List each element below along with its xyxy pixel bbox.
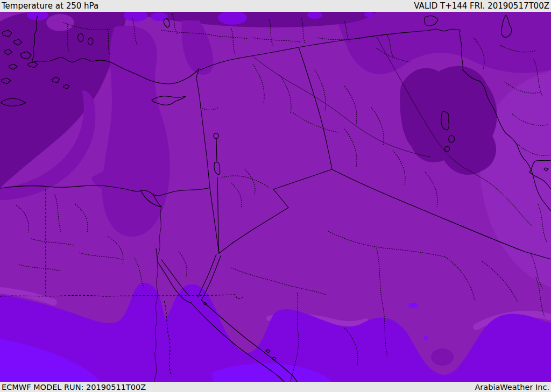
temperature-map (0, 12, 551, 382)
brand-label: ArabiaWeather Inc. (475, 383, 549, 391)
page-title: Temperature at 250 hPa (2, 1, 98, 11)
temp-band-dark-sepocket (431, 348, 454, 366)
header-bar: Temperature at 250 hPa VALID T+144 FRI. … (0, 0, 551, 12)
model-run-label: ECMWF MODEL RUN: 20190511T00Z (2, 383, 146, 391)
weather-map-window: Temperature at 250 hPa VALID T+144 FRI. … (0, 0, 551, 392)
footer-bar: ECMWF MODEL RUN: 20190511T00Z ArabiaWeat… (0, 382, 551, 392)
temp-band-bright-speck-2 (423, 336, 428, 340)
temp-band-bright-speck-1 (408, 303, 418, 308)
temp-band-mid-notch (46, 14, 74, 31)
valid-time-label: VALID T+144 FRI. 20190517T00Z (414, 1, 549, 11)
